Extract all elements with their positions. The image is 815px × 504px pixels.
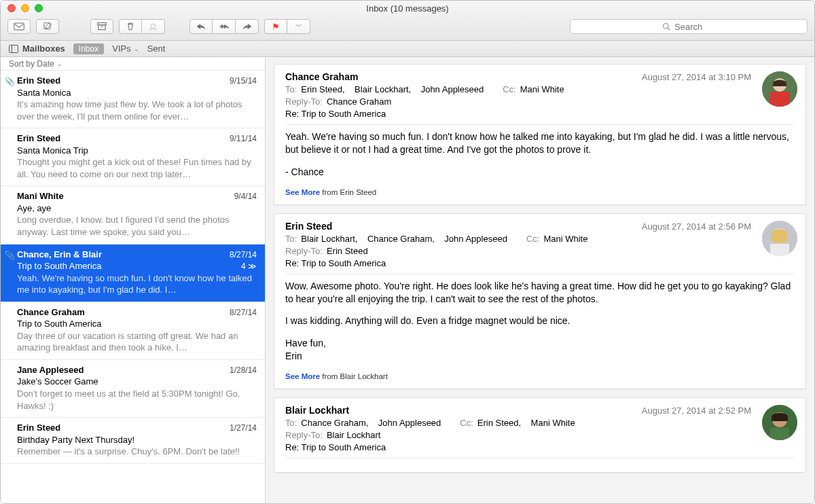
chevron-down-icon: ⌄ [134,46,139,52]
to-label: To: [285,234,297,244]
chevron-down-icon: ⌄ [57,60,62,67]
main-split: Sort by Date ⌄ 📎 Erin Steed 9/15/14 Sant… [1,57,814,503]
from-name[interactable]: Chance Graham [285,71,358,82]
search-input[interactable] [674,22,715,32]
message-sender: Chance Graham [17,306,224,319]
archive-button[interactable] [90,19,113,34]
from-name[interactable]: Blair Lockhart [285,405,349,416]
message-datetime: August 27, 2014 at 3:10 PM [642,72,751,82]
fav-sent[interactable]: Sent [147,43,166,54]
reply-to-name[interactable]: Blair Lockhart [327,430,380,440]
svg-rect-11 [770,92,789,107]
minimize-window-button[interactable] [21,4,29,12]
message-list-pane: Sort by Date ⌄ 📎 Erin Steed 9/15/14 Sant… [1,57,266,503]
message-subject: Trip to South America [17,318,257,330]
body-paragraph: Have fun,Erin [285,337,795,363]
reply-to-label: Reply-To: [285,96,323,107]
sort-button[interactable]: Sort by Date ⌄ [1,57,265,71]
reply-to-name[interactable]: Erin Steed [327,246,368,256]
recipient[interactable]: John Appleseed [421,84,484,94]
reading-pane[interactable]: Chance Graham August 27, 2014 at 3:10 PM… [266,57,814,503]
message-row[interactable]: Mani White 9/4/14 Aye, aye Long overdue,… [1,186,265,244]
message-sender: Erin Steed [17,75,224,87]
message-preview: Long overdue, I know. but I figured I'd … [17,214,257,238]
recipient[interactable]: Mani White [520,84,564,94]
mailboxes-label: Mailboxes [22,43,65,54]
message-list[interactable]: 📎 Erin Steed 9/15/14 Santa Monica It's a… [1,71,265,503]
message-row[interactable]: Chance Graham 8/27/14 Trip to South Amer… [1,302,265,360]
recipient[interactable]: Mani White [531,418,575,428]
message-date: 1/27/14 [224,422,257,433]
body-paragraph: Wow. Awesome photo. You're right. He doe… [285,280,795,306]
message-row[interactable]: 📎 Chance, Erin & Blair 8/27/14 Trip to S… [1,245,265,302]
svg-rect-3 [98,25,105,30]
message-subject: Birthday Party Next Thursday! [17,434,257,446]
message-subject: Aye, aye [17,202,257,215]
fav-vips[interactable]: VIPs⌄ [112,43,139,54]
message-sender: Erin Steed [17,422,224,434]
message-preview: Day three of our vacation is starting of… [17,330,257,354]
reply-all-button[interactable] [213,19,236,34]
recipient[interactable]: John Appleseed [378,418,441,428]
avatar[interactable] [762,221,797,256]
see-more-link[interactable]: See More from Blair Lockhart [285,372,795,380]
window-controls [1,4,43,12]
subject-line: Re: Trip to South America [285,442,751,452]
message-row[interactable]: Erin Steed 1/27/14 Birthday Party Next T… [1,418,265,464]
compose-button[interactable] [36,19,59,34]
svg-rect-14 [770,244,789,256]
recipient[interactable]: Erin Steed [477,418,519,428]
reply-button[interactable] [189,19,213,34]
search-field[interactable] [570,19,808,34]
svg-rect-0 [14,23,24,30]
thread-count: 4 ≫ [237,261,257,272]
avatar[interactable] [762,405,797,440]
see-more-link[interactable]: See More from Erin Steed [285,188,795,196]
reply-to-label: Reply-To: [285,430,323,440]
subject-line: Re: Trip to South America [285,258,751,268]
flag-button[interactable]: ⚑ [264,19,287,34]
recipient[interactable]: Chance Graham [367,234,432,244]
message-datetime: August 27, 2014 at 2:56 PM [642,221,751,232]
toolbar: ⚑ ﹀ [1,16,814,40]
recipient[interactable]: John Appleseed [444,234,507,244]
message-card: Erin Steed August 27, 2014 at 2:56 PM To… [274,213,806,389]
sidebar-icon [9,45,18,53]
mailboxes-toggle[interactable]: Mailboxes [9,43,65,54]
to-label: To: [285,84,297,94]
reply-to-label: Reply-To: [285,246,323,256]
recipient[interactable]: Chance Graham [301,418,365,428]
svg-rect-7 [10,45,18,52]
attachment-icon: 📎 [5,76,15,87]
delete-button[interactable] [119,19,142,34]
search-icon [662,22,670,31]
get-mail-button[interactable] [7,19,31,34]
message-date: 9/11/14 [224,133,257,144]
close-window-button[interactable] [7,4,16,12]
message-datetime: August 27, 2014 at 2:52 PM [642,406,751,416]
flag-menu-button[interactable]: ﹀ [287,19,310,34]
message-sender: Mani White [17,190,229,202]
forward-button[interactable] [236,19,259,34]
from-name[interactable]: Erin Steed [285,221,332,232]
message-row[interactable]: Erin Steed 9/11/14 Santa Monica Trip Tho… [1,128,265,186]
zoom-window-button[interactable] [35,4,43,12]
cc-label: Cc: [503,84,516,94]
svg-line-6 [668,28,670,30]
junk-button[interactable] [142,19,165,34]
cc-label: Cc: [526,234,540,244]
reply-to-name[interactable]: Chance Graham [327,96,391,107]
message-preview: Yeah. We're having so much fun. I don't … [17,272,257,296]
fav-inbox[interactable]: Inbox [73,43,104,54]
recipient[interactable]: Mani White [543,234,587,244]
message-date: 1/28/14 [224,365,257,376]
favorites-bar: Mailboxes Inbox VIPs⌄ Sent [1,41,814,57]
message-date: 9/15/14 [224,75,257,86]
message-row[interactable]: Jane Appleseed 1/28/14 Jake's Soccer Gam… [1,360,265,418]
recipient[interactable]: Blair Lockhart [301,234,355,244]
recipient[interactable]: Erin Steed [301,84,342,94]
message-subject: Santa Monica [17,87,257,99]
recipient[interactable]: Blair Lockhart [355,84,408,94]
avatar[interactable] [762,71,797,107]
message-row[interactable]: 📎 Erin Steed 9/15/14 Santa Monica It's a… [1,71,265,128]
